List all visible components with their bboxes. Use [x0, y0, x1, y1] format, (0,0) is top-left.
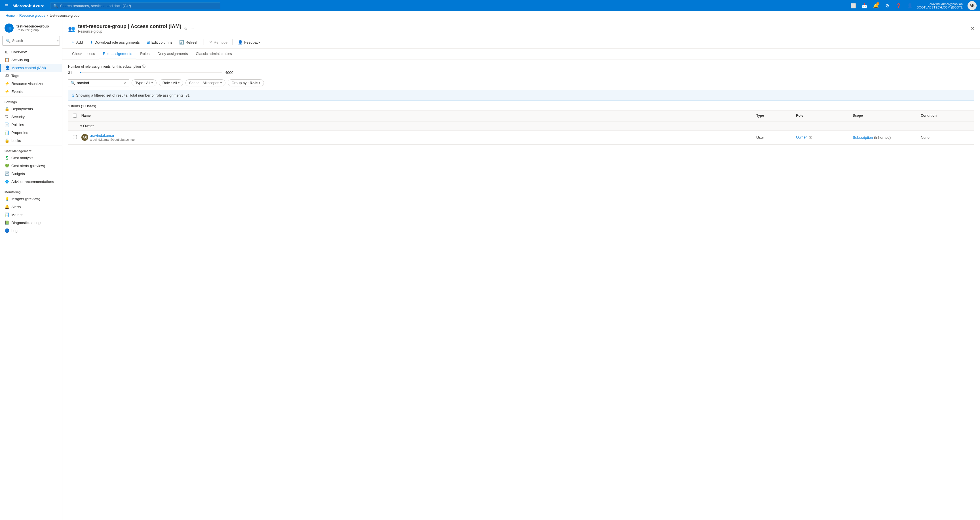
metrics-icon: 📊 [5, 212, 9, 217]
remove-icon: ✕ [209, 40, 212, 44]
sidebar-item-advisor[interactable]: 💠 Advisor recommendations [0, 178, 62, 185]
sidebar-item-label-resource-visualizer: Resource visualizer [11, 82, 43, 86]
sidebar-item-diagnostic[interactable]: 📗 Diagnostic settings [0, 219, 62, 227]
table-header-name: Name [80, 113, 755, 119]
refresh-button[interactable]: 🔄 Refresh [177, 38, 201, 46]
refresh-label: Refresh [185, 40, 199, 44]
chevron-down-icon: ▾ [151, 81, 153, 84]
sidebar-item-logs[interactable]: 🔵 Logs [0, 227, 62, 235]
download-button[interactable]: ⬇ Download role assignments [87, 38, 143, 46]
filter-chip-role[interactable]: Role : All ▾ [159, 79, 183, 86]
favorite-icon[interactable]: ☆ [184, 26, 188, 31]
tab-check-access[interactable]: Check access [68, 49, 99, 59]
global-search-bar[interactable]: 🔍 [50, 2, 220, 10]
sidebar-item-overview[interactable]: ⊞ Overview [0, 48, 62, 56]
sidebar-item-tags[interactable]: 🏷 Tags [0, 72, 62, 79]
sidebar-item-label-access-control: Access control (IAM) [12, 66, 46, 70]
deployments-icon: 🔒 [5, 106, 9, 111]
row-scope-inherited: (Inherited) [874, 135, 891, 140]
sidebar-item-label-tags: Tags [11, 74, 19, 78]
sidebar-item-alerts[interactable]: 🔔 Alerts [0, 203, 62, 211]
filter-chip-groupby[interactable]: Group by : Role ▾ [228, 79, 264, 86]
sidebar-item-policies[interactable]: 📄 Policies [0, 120, 62, 128]
help-icon[interactable]: ❓ [894, 1, 903, 10]
feedback-icon[interactable]: 👤 [905, 1, 915, 10]
sidebar-item-activity-log[interactable]: 📋 Activity log [0, 56, 62, 64]
tab-role-assignments[interactable]: Role assignments [99, 49, 136, 59]
row-role-link[interactable]: Owner [796, 135, 807, 140]
cloud-shell-icon[interactable]: 📩 [860, 1, 869, 10]
filter-search-input[interactable] [77, 81, 122, 85]
settings-icon[interactable]: ⚙ [883, 1, 892, 10]
filter-chip-type-label: Type : All [135, 81, 150, 85]
main-layout: 👥 test-resource-group Resource group 🔍 «… [0, 20, 980, 520]
sidebar-item-deployments[interactable]: 🔒 Deployments [0, 105, 62, 113]
filter-chip-scope[interactable]: Scope : All scopes ▾ [185, 79, 226, 86]
remove-button[interactable]: ✕ Remove [206, 38, 230, 46]
more-options-icon[interactable]: ··· [191, 26, 194, 31]
filter-search[interactable]: 🔍 ✕ [68, 79, 129, 86]
sidebar-item-insights[interactable]: 💡 Insights (preview) [0, 195, 62, 203]
group-row-content: ▾ Owner [80, 124, 970, 128]
sidebar-item-access-control[interactable]: 👤 Access control (IAM) [0, 64, 62, 72]
sidebar-item-budgets[interactable]: 🔄 Budgets [0, 170, 62, 178]
alerts-icon: 🔔 [5, 205, 9, 209]
user-avatar[interactable]: AK [967, 1, 977, 10]
activity-log-icon: 📋 [5, 57, 9, 62]
row-scope-link[interactable]: Subscription [853, 135, 873, 140]
sidebar-item-security[interactable]: 🛡 Security [0, 113, 62, 120]
budgets-icon: 🔄 [5, 171, 9, 176]
locks-icon: 🔒 [5, 138, 9, 143]
row-role-info-icon[interactable]: ⓘ [809, 136, 812, 139]
user-info[interactable]: aravind.kumar@bootlab... BOOTLABSTECH.CO… [917, 2, 965, 9]
info-banner-text: Showing a filtered set of results. Total… [76, 93, 190, 97]
notifications-icon[interactable]: 🔔 1 [872, 1, 880, 10]
sidebar-item-locks[interactable]: 🔒 Locks [0, 136, 62, 144]
filter-clear-btn[interactable]: ✕ [124, 81, 127, 85]
breadcrumb-home[interactable]: Home [6, 14, 15, 17]
sidebar-section-monitoring: Monitoring [0, 188, 62, 195]
filter-chip-groupby-label: Group by : Role [231, 81, 258, 85]
tab-roles[interactable]: Roles [136, 49, 153, 59]
portal-icon[interactable]: ⬜ [849, 1, 858, 10]
sidebar-search-container[interactable]: 🔍 « [2, 36, 60, 46]
filter-chip-type[interactable]: Type : All ▾ [132, 79, 156, 86]
sidebar-item-cost-analysis[interactable]: 💲 Cost analysis [0, 154, 62, 162]
breadcrumb-resource-groups[interactable]: Resource groups [19, 14, 45, 17]
sidebar-item-properties[interactable]: 📊 Properties [0, 128, 62, 136]
quota-info-icon[interactable]: ⓘ [142, 64, 145, 69]
group-collapse-icon[interactable]: ▾ [80, 124, 82, 128]
tab-classic-admins[interactable]: Classic administrators [192, 49, 235, 59]
row-user-name[interactable]: aravindakumar [90, 133, 137, 138]
table-select-all-checkbox[interactable] [73, 114, 77, 117]
sidebar-item-label-diagnostic: Diagnostic settings [11, 220, 42, 225]
logs-icon: 🔵 [5, 228, 9, 233]
row-checkbox[interactable] [73, 135, 77, 139]
chevron-down-icon-3: ▾ [220, 81, 222, 84]
sidebar-item-label-insights: Insights (preview) [11, 197, 40, 201]
sidebar-search-icon: 🔍 [6, 39, 11, 43]
add-button[interactable]: ＋ Add [68, 38, 86, 46]
feedback-button[interactable]: 👤 Feedback [235, 38, 263, 46]
edit-columns-button[interactable]: ⊞ Edit columns [144, 38, 175, 46]
sidebar-item-metrics[interactable]: 📊 Metrics [0, 211, 62, 219]
sidebar-item-cost-alerts[interactable]: 💚 Cost alerts (preview) [0, 162, 62, 170]
chevron-down-icon-2: ▾ [178, 81, 180, 84]
quota-bar-fill [80, 72, 81, 73]
global-search-input[interactable] [60, 4, 217, 8]
menu-icon[interactable]: ☰ [3, 2, 10, 10]
sidebar-item-resource-visualizer[interactable]: ⚡ Resource visualizer [0, 79, 62, 87]
sidebar-item-events[interactable]: ⚡ Events [0, 87, 62, 95]
info-banner: ℹ Showing a filtered set of results. Tot… [68, 90, 974, 101]
close-panel-icon[interactable]: ✕ [970, 26, 974, 31]
filter-chip-scope-label: Scope : All scopes [189, 81, 219, 85]
sidebar-search-input[interactable] [12, 39, 55, 43]
sidebar-divider-1 [0, 97, 62, 97]
sidebar-item-label-policies: Policies [11, 123, 24, 127]
sidebar-item-label-metrics: Metrics [11, 213, 23, 217]
sidebar-collapse-btn[interactable]: « [56, 38, 59, 43]
content-header: 👥 test-resource-group | Access control (… [62, 20, 980, 36]
group-name-owner: Owner [83, 124, 94, 128]
brand-name: Microsoft Azure [13, 3, 45, 8]
tab-deny-assignments[interactable]: Deny assignments [154, 49, 192, 59]
